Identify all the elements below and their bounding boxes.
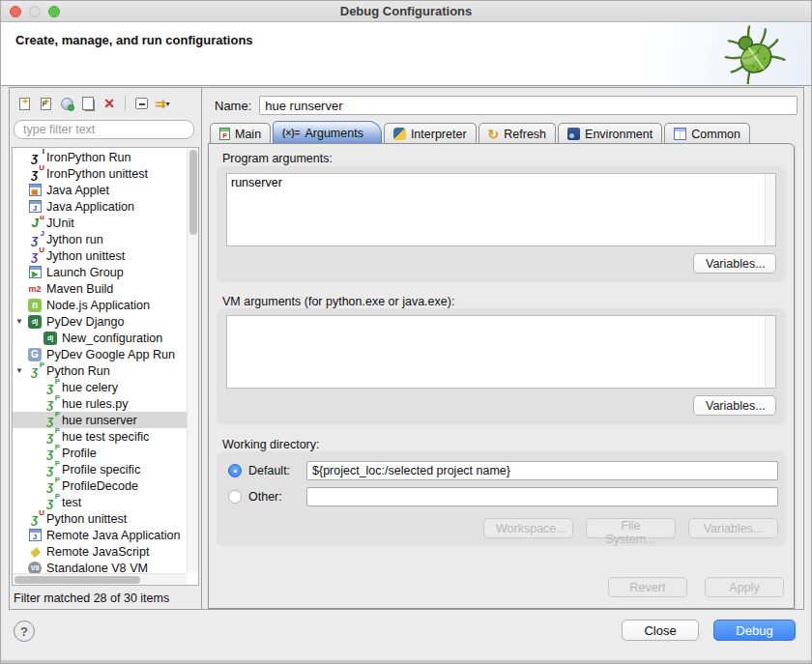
name-label: Name: bbox=[215, 99, 251, 113]
page-title: Create, manage, and run configurations bbox=[15, 33, 253, 47]
vm-arguments-variables-button[interactable]: Variables... bbox=[693, 395, 776, 416]
duplicate-icon[interactable] bbox=[77, 94, 99, 113]
python-unittest-icon: ʒU bbox=[27, 511, 43, 526]
tree-item-label: IronPython Run bbox=[46, 151, 131, 164]
jython-unittest-icon: ʒU bbox=[27, 248, 43, 263]
dialog-body: +P+✕ ⇉▾ ʒIIronPython RunʒUIronPython uni… bbox=[9, 87, 804, 610]
zoom-window-icon[interactable] bbox=[48, 6, 60, 17]
tab-arguments[interactable]: Arguments bbox=[273, 121, 382, 144]
tree-item-jython-unittest[interactable]: ʒUJython unittest bbox=[13, 247, 187, 264]
tree-item-label: Profile specific bbox=[62, 463, 140, 476]
tree-item-remote-javascript[interactable]: ◆Remote JavaScript bbox=[13, 543, 187, 560]
program-arguments-scrollbar[interactable] bbox=[765, 174, 775, 245]
tab-refresh[interactable]: Refresh bbox=[478, 123, 557, 144]
other-directory-input[interactable] bbox=[306, 487, 778, 506]
tree-item-ironpython-unittest[interactable]: ʒUIronPython unittest bbox=[13, 165, 187, 182]
expanded-arrow-icon[interactable]: ▼ bbox=[15, 366, 23, 375]
name-row: Name: bbox=[215, 96, 798, 115]
nodejs-application-icon: n bbox=[27, 298, 43, 312]
debug-button[interactable]: Debug bbox=[713, 620, 796, 641]
file-system-button[interactable]: File System... bbox=[586, 518, 676, 538]
other-radio[interactable] bbox=[228, 490, 242, 504]
new-prototype-icon[interactable]: P+ bbox=[35, 94, 56, 113]
python-run-icon: ʒP bbox=[43, 413, 58, 427]
tab-common[interactable]: Common bbox=[664, 123, 750, 144]
name-input[interactable] bbox=[259, 96, 798, 115]
tab-label: Main bbox=[235, 128, 261, 141]
arguments-icon bbox=[282, 128, 300, 138]
tree-item-remote-java-application[interactable]: JRemote Java Application bbox=[13, 527, 187, 543]
tab-main[interactable]: Main bbox=[210, 123, 271, 144]
tree-item-label: Java Application bbox=[46, 200, 134, 214]
vm-arguments-scrollbar[interactable] bbox=[765, 316, 775, 388]
tree-item-new-configuration[interactable]: djNew_configuration bbox=[13, 330, 187, 346]
refresh-icon bbox=[488, 127, 500, 142]
tree-item-hue-runserver[interactable]: ʒPhue runserver bbox=[13, 412, 187, 428]
program-arguments-variables-button[interactable]: Variables... bbox=[693, 253, 776, 274]
python-run-icon: ʒP bbox=[27, 363, 43, 378]
delete-icon[interactable]: ✕ bbox=[99, 94, 120, 113]
tab-interpreter[interactable]: Interpreter bbox=[384, 123, 477, 144]
close-button[interactable]: Close bbox=[622, 620, 699, 641]
tree-item-maven-build[interactable]: m2Maven Build bbox=[13, 280, 187, 297]
revert-button[interactable]: Revert bbox=[608, 577, 687, 597]
tree-item-profile[interactable]: ʒPProfile bbox=[13, 445, 187, 461]
tree-item-profiledecode[interactable]: ʒPProfileDecode bbox=[13, 477, 187, 494]
tree-item-hue-celery[interactable]: ʒPhue celery bbox=[13, 379, 187, 395]
configuration-detail-pane: Name: MainArgumentsInterpreterRefreshEnv… bbox=[203, 88, 803, 609]
tree-item-java-application[interactable]: JJava Application bbox=[13, 198, 187, 215]
remote-javascript-icon: ◆ bbox=[27, 544, 43, 559]
tab-bar: MainArgumentsInterpreterRefreshEnvironme… bbox=[210, 121, 752, 144]
window-controls bbox=[10, 6, 60, 17]
vm-arguments-group: Variables... bbox=[217, 308, 786, 424]
window-title: Debug Configurations bbox=[1, 1, 811, 21]
new-configuration-icon[interactable]: + bbox=[14, 94, 35, 113]
expanded-arrow-icon[interactable]: ▼ bbox=[15, 317, 23, 326]
tab-environment[interactable]: Environment bbox=[558, 123, 662, 144]
config-toolbar: +P+✕ ⇉▾ bbox=[14, 93, 173, 114]
tree-item-junit[interactable]: JuJUnit bbox=[13, 215, 187, 231]
tree-vertical-scrollbar[interactable] bbox=[187, 148, 198, 573]
maven-build-icon: m2 bbox=[27, 281, 43, 296]
toolbar-group-1: +P+✕ bbox=[14, 94, 120, 113]
tree-item-profile-specific[interactable]: ʒPProfile specific bbox=[13, 461, 187, 477]
tree-item-label: New_configuration bbox=[62, 332, 162, 345]
other-label: Other: bbox=[248, 490, 306, 504]
jython-run-icon: ʒJ bbox=[27, 232, 43, 246]
tree-item-standalone-v8-vm[interactable]: V8Standalone V8 VM bbox=[13, 560, 187, 573]
vm-arguments-textarea[interactable] bbox=[226, 315, 776, 389]
python-run-icon: ʒP bbox=[43, 396, 58, 411]
help-button[interactable]: ? bbox=[14, 621, 35, 642]
tree-horizontal-scrollbar[interactable] bbox=[13, 573, 187, 585]
default-radio[interactable] bbox=[228, 464, 242, 477]
program-arguments-textarea[interactable]: runserver bbox=[226, 173, 776, 246]
tree-item-python-run[interactable]: ▼ʒPPython Run bbox=[13, 362, 187, 379]
minimize-window-icon[interactable] bbox=[29, 6, 41, 17]
tree-item-node-js-application[interactable]: nNode.js Application bbox=[13, 297, 187, 313]
filter-input[interactable] bbox=[14, 120, 194, 139]
configurations-sidebar: +P+✕ ⇉▾ ʒIIronPython RunʒUIronPython uni… bbox=[10, 88, 202, 609]
pane-scrollbar-track[interactable] bbox=[795, 143, 803, 609]
filter-configurations-icon[interactable]: ⇉▾ bbox=[152, 94, 173, 113]
tree-item-hue-rules-py[interactable]: ʒPhue rules.py bbox=[13, 395, 187, 412]
tree-item-label: test bbox=[62, 496, 81, 509]
tree-item-launch-group[interactable]: ▶Launch Group bbox=[13, 264, 187, 280]
tree-item-hue-test-specific[interactable]: ʒPhue test specific bbox=[13, 428, 187, 445]
tree-item-pydev-django[interactable]: ▼djPyDev Django bbox=[13, 313, 187, 330]
collapse-all-icon[interactable] bbox=[130, 94, 152, 113]
tree-item-java-applet[interactable]: ▣Java Applet bbox=[13, 182, 187, 198]
java-applet-icon: ▣ bbox=[27, 183, 43, 197]
tree-vertical-scrollbar-thumb[interactable] bbox=[189, 150, 197, 235]
toolbar-group-2: ⇉▾ bbox=[130, 94, 173, 113]
apply-button[interactable]: Apply bbox=[705, 577, 784, 597]
python-run-icon: ʒP bbox=[43, 429, 58, 444]
tree-item-python-unittest[interactable]: ʒUPython unittest bbox=[13, 510, 187, 527]
program-arguments-label: Program arguments: bbox=[222, 152, 333, 165]
default-directory-input[interactable] bbox=[306, 461, 778, 480]
export-configurations-icon[interactable] bbox=[56, 94, 77, 113]
tree-horizontal-scrollbar-thumb[interactable] bbox=[14, 576, 140, 584]
django-configuration-icon: dj bbox=[43, 331, 58, 345]
working-dir-variables-button[interactable]: Variables... bbox=[688, 518, 778, 538]
close-window-icon[interactable] bbox=[10, 6, 21, 17]
workspace-button[interactable]: Workspace... bbox=[483, 518, 573, 538]
